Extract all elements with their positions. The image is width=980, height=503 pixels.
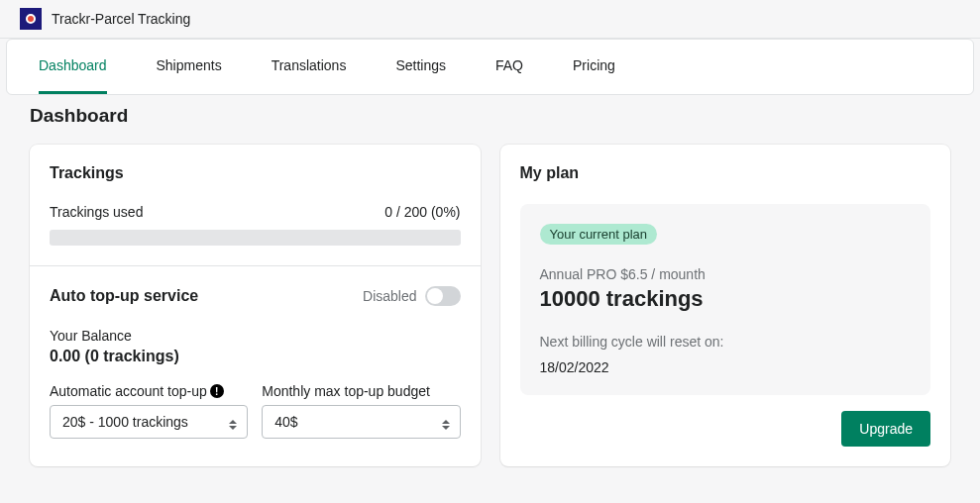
topup-header: Auto top-up service Disabled: [50, 286, 461, 306]
switch-knob: [427, 288, 443, 304]
auto-topup-label-text: Automatic account top-up: [50, 383, 207, 399]
plan-main: 10000 trackings: [540, 286, 912, 312]
topup-toggle-group: Disabled: [363, 286, 460, 306]
trackings-section: Trackings Trackings used 0 / 200 (0%): [30, 145, 481, 265]
cards-row: Trackings Trackings used 0 / 200 (0%) Au…: [30, 145, 950, 466]
trackings-title: Trackings: [50, 164, 461, 182]
tabs: Dashboard Shipments Translations Setting…: [39, 40, 941, 94]
titlebar: Trackr-Parcel Tracking: [0, 0, 980, 39]
budget-select[interactable]: 40$: [262, 405, 460, 439]
topup-switch[interactable]: [425, 286, 461, 306]
plan-title: My plan: [520, 164, 931, 182]
balance-value: 0.00 (0 trackings): [50, 348, 461, 365]
app-icon-inner: [26, 14, 36, 24]
plan-box: Your current plan Annual PRO $6.5 / moun…: [520, 204, 931, 395]
trackings-used-label: Trackings used: [50, 204, 143, 220]
topup-state-label: Disabled: [363, 288, 416, 304]
trackings-usage-row: Trackings used 0 / 200 (0%): [50, 204, 461, 220]
plan-card: My plan Your current plan Annual PRO $6.…: [500, 145, 951, 466]
plan-date: 18/02/2022: [540, 359, 912, 375]
auto-topup-select-value: 20$ - 1000 trackings: [62, 414, 188, 430]
topup-title: Auto top-up service: [50, 287, 198, 305]
tab-translations[interactable]: Translations: [272, 40, 347, 94]
tab-faq[interactable]: FAQ: [495, 40, 523, 94]
auto-topup-select[interactable]: 20$ - 1000 trackings: [50, 405, 248, 439]
upgrade-row: Upgrade: [520, 411, 931, 447]
auto-topup-label: Automatic account top-up !: [50, 383, 248, 399]
trackings-card: Trackings Trackings used 0 / 200 (0%) Au…: [30, 145, 481, 466]
budget-select-value: 40$: [274, 414, 297, 430]
budget-col: Monthly max top-up budget 40$: [262, 383, 460, 439]
tab-pricing[interactable]: Pricing: [573, 40, 615, 94]
upgrade-button[interactable]: Upgrade: [841, 411, 930, 447]
plan-note: Next billing cycle will reset on:: [540, 334, 912, 350]
trackings-used-value: 0 / 200 (0%): [384, 204, 460, 220]
page-content: Dashboard Trackings Trackings used 0 / 2…: [0, 95, 980, 466]
plan-sub: Annual PRO $6.5 / mounth: [540, 266, 912, 282]
app-title: Trackr-Parcel Tracking: [52, 11, 190, 27]
select-row: Automatic account top-up ! 20$ - 1000 tr…: [50, 383, 461, 439]
page-heading: Dashboard: [30, 105, 950, 127]
trackings-progress: [50, 230, 461, 246]
auto-topup-col: Automatic account top-up ! 20$ - 1000 tr…: [50, 383, 248, 439]
tab-settings[interactable]: Settings: [395, 40, 446, 94]
info-icon[interactable]: !: [210, 384, 224, 398]
plan-section: My plan Your current plan Annual PRO $6.…: [500, 145, 951, 466]
app-icon: [20, 8, 42, 30]
navbar: Dashboard Shipments Translations Setting…: [6, 39, 974, 95]
budget-label: Monthly max top-up budget: [262, 383, 460, 399]
tab-dashboard[interactable]: Dashboard: [39, 40, 107, 94]
balance-label: Your Balance: [50, 328, 461, 344]
tab-shipments[interactable]: Shipments: [157, 40, 222, 94]
topup-section: Auto top-up service Disabled Your Balanc…: [30, 265, 481, 458]
plan-badge: Your current plan: [540, 224, 658, 245]
